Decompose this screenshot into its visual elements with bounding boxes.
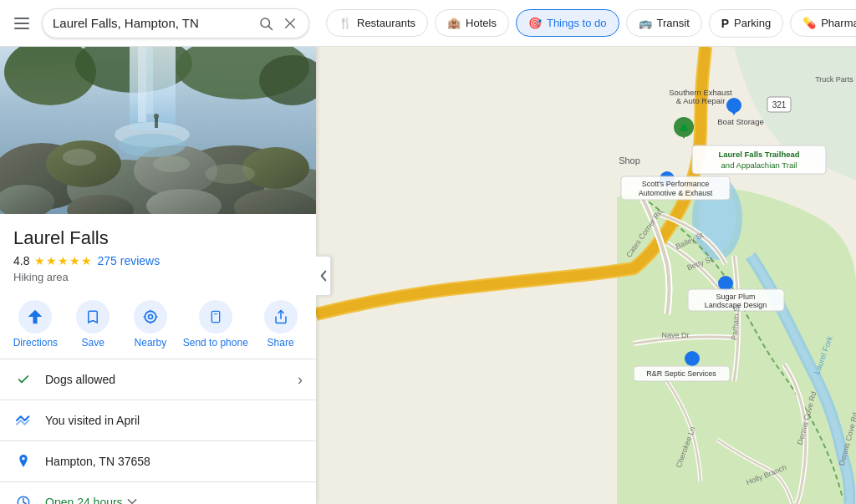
address-text: Hampton, TN 37658: [45, 455, 303, 468]
hours-expand-button[interactable]: [126, 496, 138, 504]
save-label: Save: [81, 337, 104, 349]
tab-parking-label: Parking: [734, 17, 771, 29]
search-button[interactable]: [257, 14, 275, 33]
nearby-label: Nearby: [135, 337, 167, 349]
pin-icon: [17, 453, 30, 470]
place-photo[interactable]: [0, 47, 316, 214]
tab-parking[interactable]: P Parking: [709, 9, 783, 38]
clock-icon-svg: [16, 495, 31, 504]
chevron-right-icon: ›: [298, 371, 303, 389]
directions-label: Directions: [13, 337, 58, 349]
timeline-icon: [13, 410, 33, 430]
star-2: ★: [46, 254, 57, 267]
send-to-phone-button[interactable]: Send to phone: [183, 300, 248, 349]
dogs-allowed-text: Dogs allowed: [45, 373, 298, 386]
chevron-down-icon: [126, 496, 138, 504]
tab-pharmacies[interactable]: 💊 Pharmacies: [790, 9, 856, 37]
svg-point-29: [205, 164, 255, 184]
svg-rect-13: [138, 47, 146, 122]
left-panel: Laurel Falls 4.8 ★ ★ ★ ★ ★ 275 reviews H…: [0, 47, 316, 504]
things-to-do-icon: 🎯: [528, 17, 542, 29]
svg-rect-0: [14, 18, 29, 19]
category-tabs: 🍴 Restaurants 🏨 Hotels 🎯 Things to do 🚌 …: [316, 9, 856, 38]
save-icon-circle: [76, 300, 110, 333]
place-type: Hiking area: [13, 271, 303, 283]
svg-text:Sugar Plum: Sugar Plum: [716, 293, 755, 301]
address-row[interactable]: Hampton, TN 37658: [0, 440, 316, 481]
svg-text:Truck Parts: Truck Parts: [815, 75, 853, 84]
star-1: ★: [34, 254, 45, 267]
chevron-left-icon: [320, 270, 327, 282]
directions-button[interactable]: Directions: [10, 300, 60, 349]
close-icon: [283, 17, 297, 30]
tab-transit-label: Transit: [657, 17, 690, 29]
svg-text:Nave Dr: Nave Dr: [661, 331, 689, 339]
reviews-link[interactable]: 275 reviews: [97, 254, 160, 267]
main-content: Laurel Falls 4.8 ★ ★ ★ ★ ★ 275 reviews H…: [0, 47, 856, 504]
directions-icon: [27, 308, 43, 325]
visited-text: You visited in April: [45, 414, 303, 427]
hours-row[interactable]: Open 24 hours: [0, 481, 316, 504]
svg-text:Automotive & Exhaust: Automotive & Exhaust: [639, 189, 713, 197]
svg-point-28: [153, 155, 190, 172]
pharmacies-icon: 💊: [802, 17, 816, 29]
place-photo-inner: [0, 47, 316, 214]
hamburger-icon: [14, 18, 29, 29]
action-buttons: Directions Save: [0, 297, 316, 359]
tab-hotels-label: Hotels: [466, 17, 497, 29]
place-info: Laurel Falls 4.8 ★ ★ ★ ★ ★ 275 reviews H…: [0, 214, 316, 297]
svg-rect-1: [14, 23, 29, 24]
svg-line-4: [268, 26, 272, 29]
nearby-button[interactable]: Nearby: [125, 300, 176, 349]
star-4: ★: [69, 254, 80, 267]
svg-rect-14: [146, 47, 153, 114]
svg-point-22: [242, 147, 309, 189]
search-input[interactable]: [53, 16, 250, 30]
search-icon: [258, 16, 273, 31]
collapse-panel-button[interactable]: [316, 256, 331, 296]
svg-rect-30: [155, 118, 158, 128]
svg-point-31: [154, 114, 159, 119]
svg-text:and Appalachian Trail: and Appalachian Trail: [721, 160, 797, 170]
save-button[interactable]: Save: [68, 300, 118, 349]
location-pin-icon: [13, 451, 33, 471]
svg-point-34: [145, 311, 155, 322]
place-photo-svg: [0, 47, 316, 214]
visited-row[interactable]: You visited in April: [0, 400, 316, 440]
svg-text:321: 321: [772, 100, 787, 109]
send-to-phone-icon-circle: [199, 300, 232, 333]
clock-icon: [13, 492, 33, 504]
svg-text:Shop: Shop: [619, 155, 640, 165]
send-to-phone-label: Send to phone: [183, 337, 248, 349]
svg-text:🌲: 🌲: [679, 122, 690, 133]
svg-point-27: [63, 149, 96, 165]
star-5: ★: [81, 254, 92, 267]
svg-rect-39: [211, 311, 219, 322]
history-icon: [15, 414, 32, 427]
transit-icon: 🚌: [639, 17, 652, 29]
dogs-allowed-row[interactable]: Dogs allowed ›: [0, 359, 316, 400]
svg-point-33: [148, 315, 152, 319]
share-icon-circle: [264, 300, 298, 333]
directions-icon-circle: [18, 300, 52, 333]
svg-text:R&R Septic Services: R&R Septic Services: [646, 369, 716, 378]
parking-icon: P: [721, 17, 729, 30]
tab-things-to-do[interactable]: 🎯 Things to do: [516, 9, 619, 37]
tab-restaurants[interactable]: 🍴 Restaurants: [326, 9, 428, 37]
map-area[interactable]: 🌲 321: [316, 47, 856, 504]
tab-pharmacies-label: Pharmacies: [821, 17, 856, 29]
hotels-icon: 🏨: [447, 17, 461, 29]
star-rating: ★ ★ ★ ★ ★: [34, 254, 92, 267]
nearby-icon-circle: [134, 300, 167, 333]
check-icon: [17, 373, 30, 386]
clear-search-button[interactable]: [282, 15, 298, 32]
share-icon: [273, 308, 288, 325]
svg-rect-2: [14, 28, 29, 29]
phone-icon: [209, 308, 222, 326]
tab-transit[interactable]: 🚌 Transit: [626, 9, 702, 37]
svg-text:Scott's Performance: Scott's Performance: [642, 180, 710, 188]
hamburger-menu-button[interactable]: [7, 8, 37, 38]
share-button[interactable]: Share: [256, 300, 306, 349]
rating-number: 4.8: [13, 254, 29, 267]
tab-hotels[interactable]: 🏨 Hotels: [435, 9, 509, 37]
